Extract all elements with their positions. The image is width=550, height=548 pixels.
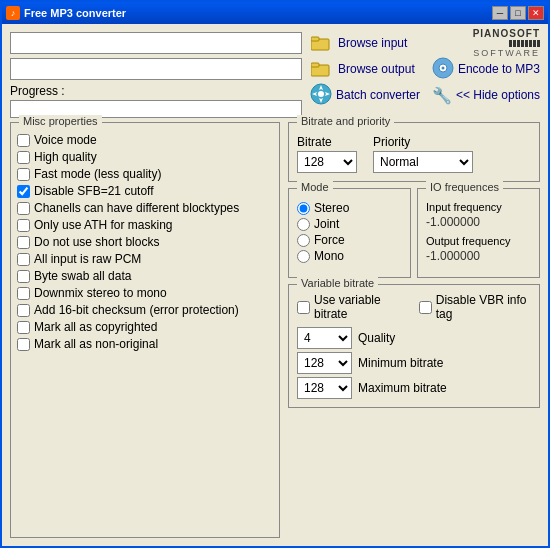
bitrate-col: Bitrate 128 32404856 648096112 128160192… (297, 135, 357, 173)
use-vbr-checkbox[interactable] (297, 301, 310, 314)
misc-title: Misc properties (19, 115, 102, 127)
mode-force-label: Force (314, 233, 345, 247)
disable-sfb-checkbox[interactable] (17, 185, 30, 198)
browse-input-row: Browse input PIANOSOFT (310, 32, 540, 54)
main-panels: Misc properties Voice mode High quality … (10, 122, 540, 538)
mode-joint-radio[interactable] (297, 218, 310, 231)
input-freq-value: -1.000000 (426, 215, 531, 229)
list-item: Mark all as copyrighted (17, 320, 273, 334)
output-file-field[interactable]: D:\mp3\Sulc2.mp3 (10, 58, 302, 80)
min-bitrate-label: Minimum bitrate (358, 356, 443, 370)
output-freq-field: Output frequency -1.000000 (426, 235, 531, 263)
window-title: Free MP3 converter (24, 7, 126, 19)
maximize-button[interactable]: □ (510, 6, 526, 20)
io-fields: Input frequency -1.000000 Output frequen… (426, 201, 531, 263)
misc-items: Voice mode High quality Fast mode (less … (17, 133, 273, 351)
list-item: Fast mode (less quality) (17, 167, 273, 181)
list-item: Voice mode (17, 133, 273, 147)
minimize-button[interactable]: ─ (492, 6, 508, 20)
batch-row: Batch converter (310, 84, 420, 106)
input-file-field[interactable]: D:\mp3\Sulc2.wav (10, 32, 302, 54)
mode-title: Mode (297, 181, 333, 193)
right-panels: Bitrate and priority Bitrate 128 3240485… (288, 122, 540, 538)
mode-stereo-row: Stereo (297, 201, 402, 215)
browse-output-icon (310, 58, 332, 80)
raw-pcm-checkbox[interactable] (17, 253, 30, 266)
disable-vbr-row: Disable VBR info tag (419, 293, 531, 321)
quality-label: Quality (358, 331, 395, 345)
list-item: Only use ATH for masking (17, 218, 273, 232)
list-item: High quality (17, 150, 273, 164)
byte-swab-label: Byte swab all data (34, 269, 131, 283)
browse-output-button[interactable]: Browse output (338, 62, 415, 76)
quality-select[interactable]: 0123 456 789 (297, 327, 352, 349)
bitrate-label: Bitrate (297, 135, 357, 149)
use-vbr-label: Use variable bitrate (314, 293, 403, 321)
max-bitrate-select[interactable]: 32404856 648096112 128160192 224256320 (297, 377, 352, 399)
batch-icon (310, 83, 332, 108)
fast-mode-label: Fast mode (less quality) (34, 167, 161, 181)
list-item: All input is raw PCM (17, 252, 273, 266)
checksum-label: Add 16-bit checksum (error protection) (34, 303, 239, 317)
short-blocks-checkbox[interactable] (17, 236, 30, 249)
max-bitrate-row: 32404856 648096112 128160192 224256320 M… (297, 377, 531, 399)
list-item: Chanells can have different blocktypes (17, 201, 273, 215)
use-vbr-row: Use variable bitrate (297, 293, 403, 321)
main-content: D:\mp3\Sulc2.wav D:\mp3\Sulc2.mp3 Progre… (2, 24, 548, 546)
downmix-label: Downmix stereo to mono (34, 286, 167, 300)
file-inputs: D:\mp3\Sulc2.wav D:\mp3\Sulc2.mp3 Progre… (10, 32, 302, 118)
mode-force-radio[interactable] (297, 234, 310, 247)
browse-input-icon (310, 32, 332, 54)
quality-row: 0123 456 789 Quality (297, 327, 531, 349)
title-bar-controls: ─ □ ✕ (492, 6, 544, 20)
svg-rect-3 (311, 63, 319, 67)
priority-select[interactable]: Idle Below normal Normal Above normal Hi… (373, 151, 473, 173)
io-title: IO frequences (426, 181, 503, 193)
svg-point-6 (441, 66, 444, 69)
batch-button[interactable]: Batch converter (336, 88, 420, 102)
close-button[interactable]: ✕ (528, 6, 544, 20)
tools-icon: 🔧 (432, 86, 452, 105)
vbr-title: Variable bitrate (297, 277, 378, 289)
list-item: Do not use short blocks (17, 235, 273, 249)
hide-options-button[interactable]: << Hide options (456, 88, 540, 102)
app-icon: ♪ (6, 6, 20, 20)
disable-vbr-checkbox[interactable] (419, 301, 432, 314)
list-item: Downmix stereo to mono (17, 286, 273, 300)
main-window: ♪ Free MP3 converter ─ □ ✕ D:\mp3\Sulc2.… (0, 0, 550, 548)
voice-mode-checkbox[interactable] (17, 134, 30, 147)
fast-mode-checkbox[interactable] (17, 168, 30, 181)
ath-checkbox[interactable] (17, 219, 30, 232)
min-bitrate-select[interactable]: 32404856 648096112 128160192 224256320 (297, 352, 352, 374)
vbr-options: 0123 456 789 Quality 32404856 648096112 … (297, 327, 531, 399)
mode-joint-label: Joint (314, 217, 339, 231)
progress-label: Progress : (10, 84, 302, 98)
high-quality-label: High quality (34, 150, 97, 164)
mode-stereo-radio[interactable] (297, 202, 310, 215)
mode-mono-row: Mono (297, 249, 402, 263)
non-original-checkbox[interactable] (17, 338, 30, 351)
bitrate-select[interactable]: 128 32404856 648096112 128160192 2242563… (297, 151, 357, 173)
misc-panel: Misc properties Voice mode High quality … (10, 122, 280, 538)
mode-stereo-label: Stereo (314, 201, 349, 215)
short-blocks-label: Do not use short blocks (34, 235, 159, 249)
mode-mono-radio[interactable] (297, 250, 310, 263)
high-quality-checkbox[interactable] (17, 151, 30, 164)
chanells-checkbox[interactable] (17, 202, 30, 215)
byte-swab-checkbox[interactable] (17, 270, 30, 283)
progress-section: Progress : (10, 84, 302, 118)
browse-input-button[interactable]: Browse input (338, 36, 407, 50)
hide-row: 🔧 << Hide options (432, 84, 540, 106)
list-item: Disable SFB=21 cutoff (17, 184, 273, 198)
encode-button[interactable]: Encode to MP3 (458, 62, 540, 76)
output-freq-value: -1.000000 (426, 249, 531, 263)
downmix-checkbox[interactable] (17, 287, 30, 300)
copyrighted-checkbox[interactable] (17, 321, 30, 334)
list-item: Mark all as non-original (17, 337, 273, 351)
list-item: Add 16-bit checksum (error protection) (17, 303, 273, 317)
pianosoft-logo: PIANOSOFT SOFT (473, 28, 540, 58)
bitrate-row: Bitrate 128 32404856 648096112 128160192… (297, 135, 531, 173)
priority-col: Priority Idle Below normal Normal Above … (373, 135, 473, 173)
checksum-checkbox[interactable] (17, 304, 30, 317)
chanells-label: Chanells can have different blocktypes (34, 201, 239, 215)
